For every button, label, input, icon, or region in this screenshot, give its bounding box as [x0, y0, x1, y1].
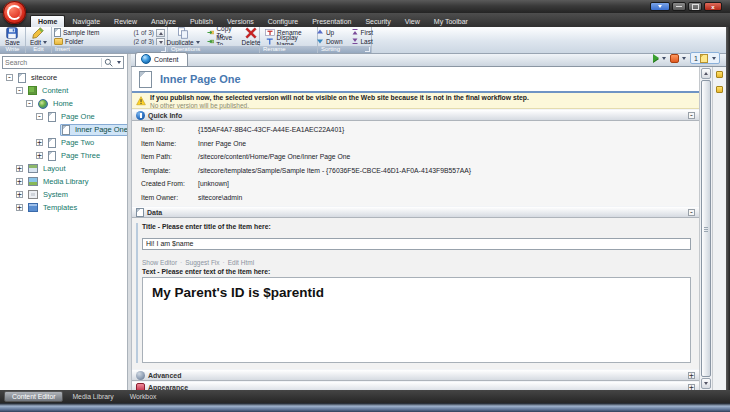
minimize-button[interactable] — [672, 2, 686, 11]
rename-icon — [265, 28, 275, 37]
ribbon-tab-review[interactable]: Review — [107, 16, 144, 27]
quick-info-row: Template:/sitecore/templates/Sample/Samp… — [132, 164, 699, 178]
field-label: Created From: — [141, 180, 198, 187]
tree-item-layout[interactable]: +Layout — [0, 162, 127, 175]
ribbon-tab-analyze[interactable]: Analyze — [144, 16, 183, 27]
tree-item-page-two[interactable]: +Page Two — [0, 136, 127, 149]
quick-info-row: Item ID:{155AF4A7-8B4C-43CF-A44E-EA1AEC2… — [132, 123, 699, 137]
section-collapse-button[interactable]: - — [688, 209, 695, 216]
floppy-icon — [6, 27, 18, 39]
arrow-up-icon — [704, 72, 708, 75]
section-collapse-button[interactable]: - — [688, 112, 695, 119]
section-data[interactable]: Data - — [132, 206, 699, 218]
section-quick-info[interactable]: Quick Info - — [132, 109, 699, 121]
statusbar-tab-media-library[interactable]: Media Library — [65, 392, 120, 401]
tree-expander[interactable]: + — [36, 139, 43, 146]
tree-item-system[interactable]: +System — [0, 188, 127, 201]
ribbon-group-label-sorting: Sorting — [318, 45, 371, 53]
sort-up-button[interactable]: Up — [314, 28, 345, 37]
duplicate-button[interactable]: Duplicate — [165, 27, 202, 46]
sort-first-button[interactable]: First — [349, 28, 376, 37]
section-appearance[interactable]: Appearance + — [132, 381, 699, 390]
ribbon-tab-view[interactable]: View — [398, 16, 427, 27]
tree-expander[interactable]: - — [6, 74, 13, 81]
tree-expander[interactable]: + — [16, 204, 23, 211]
content-tab[interactable]: Content — [135, 52, 188, 66]
dialog-launcher-icon[interactable] — [365, 47, 370, 52]
scroll-down-button[interactable] — [701, 378, 711, 389]
content-tab-label: Content — [154, 56, 179, 63]
window-menu-button[interactable] — [650, 2, 670, 11]
scroll-up-button[interactable] — [701, 68, 711, 79]
edit-html-link[interactable]: Edit Html — [228, 259, 254, 266]
ribbon-tab-my-toolbar[interactable]: My Toolbar — [427, 16, 475, 27]
validation-marker-yellow[interactable] — [716, 71, 723, 78]
tree-expander[interactable]: - — [36, 113, 43, 120]
statusbar-tab-workbox[interactable]: Workbox — [123, 392, 164, 401]
ribbon-group-rename: Rename Display Name Rename — [260, 27, 318, 53]
ribbon-tab-navigate[interactable]: Navigate — [65, 16, 107, 27]
ribbon-tab-publish[interactable]: Publish — [183, 16, 220, 27]
insert-folder-count: (2 of 3) — [133, 38, 154, 45]
ribbon-tab-presentation[interactable]: Presentation — [305, 16, 358, 27]
appearance-icon — [136, 383, 145, 391]
insert-sample-item-label: Sample Item — [63, 29, 100, 36]
minimize-icon — [676, 6, 682, 8]
close-button[interactable]: x — [704, 2, 722, 11]
sitecore-logo[interactable] — [3, 1, 26, 24]
field-label: Template: — [141, 167, 198, 174]
field-label: Item Owner: — [141, 194, 198, 201]
tree-item-content[interactable]: -Content — [0, 84, 127, 97]
tree-expander[interactable]: + — [36, 152, 43, 159]
search-input[interactable] — [3, 59, 101, 66]
tree-expander[interactable]: + — [16, 165, 23, 172]
tree-item-label: Page Two — [59, 138, 96, 147]
section-advanced[interactable]: Advanced + — [132, 369, 699, 381]
rich-text-editor[interactable]: My Parent's ID is $parentid — [142, 277, 691, 363]
chevron-down-icon — [662, 57, 666, 60]
search-options-chevron-icon[interactable] — [117, 61, 121, 64]
tree-expander[interactable]: - — [26, 100, 33, 107]
edit-button[interactable]: Edit — [28, 27, 49, 46]
preview-button[interactable] — [653, 54, 666, 62]
tree-expander[interactable]: - — [16, 87, 23, 94]
ribbon-tab-configure[interactable]: Configure — [261, 16, 305, 27]
main-area: -sitecore -Content -Home -Page One Inner… — [0, 54, 730, 390]
insert-scroll-up-button[interactable] — [156, 29, 165, 37]
tree-item-media-library[interactable]: +Media Library — [0, 175, 127, 188]
content-cube-icon — [28, 86, 37, 95]
tree-item-home[interactable]: -Home — [0, 97, 127, 110]
tree-item-page-three[interactable]: +Page Three — [0, 149, 127, 162]
scrollbar-thumb[interactable] — [701, 80, 711, 377]
tree-item-page-one[interactable]: -Page One — [0, 110, 127, 123]
tree-item-sitecore[interactable]: -sitecore — [0, 71, 127, 84]
ribbon-group-operations: Duplicate Copy To Move To Delete Operati… — [168, 27, 260, 53]
suggest-fix-link[interactable]: Suggest Fix — [185, 259, 219, 266]
tree-item-inner-page-one[interactable]: Inner Page One — [0, 123, 127, 136]
tree-item-templates[interactable]: +Templates — [0, 201, 127, 214]
link-separator: · — [180, 259, 182, 266]
statusbar-tab-content-editor[interactable]: Content Editor — [4, 391, 63, 402]
ribbon-tab-security[interactable]: Security — [358, 16, 397, 27]
save-button[interactable]: Save — [3, 27, 22, 46]
editor-tabstrip: Content 1 — [131, 54, 726, 67]
search-icon[interactable] — [104, 58, 113, 67]
document-icon — [48, 112, 56, 122]
delete-button[interactable]: Delete — [240, 27, 263, 46]
vertical-scrollbar[interactable] — [699, 67, 712, 390]
section-expand-button[interactable]: + — [688, 372, 695, 379]
tree-item-label: Page One — [59, 112, 97, 121]
tree-expander[interactable]: + — [16, 178, 23, 185]
title-field-input[interactable] — [142, 238, 691, 250]
designer-button[interactable] — [670, 54, 686, 63]
validation-marker-yellow[interactable] — [716, 86, 723, 93]
ribbon-tab-home[interactable]: Home — [30, 15, 65, 27]
maximize-button[interactable] — [688, 2, 702, 11]
tree-item-label: System — [41, 190, 70, 199]
profile-button[interactable]: 1 — [690, 52, 720, 64]
show-editor-link[interactable]: Show Editor — [142, 259, 177, 266]
tree-expander[interactable]: + — [16, 191, 23, 198]
arrow-down-icon — [159, 41, 163, 44]
insert-sample-item-button[interactable]: Sample Item (1 of 3) — [52, 28, 156, 37]
sort-last-label: Last — [361, 38, 373, 45]
